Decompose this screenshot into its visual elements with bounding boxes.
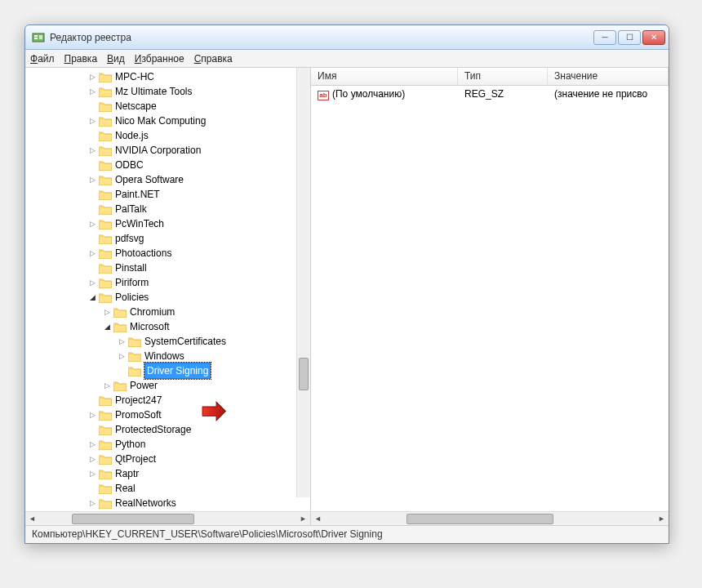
close-button[interactable]: ✕ [642,30,665,45]
registry-editor-window: Редактор реестра ─ ☐ ✕ Файл Правка Вид И… [24,24,669,544]
tree-node[interactable]: ▷Photoactions [25,246,296,261]
expand-icon[interactable]: ▷ [87,143,97,158]
folder-icon [99,263,112,274]
hscroll-thumb[interactable] [72,514,194,524]
tree-node[interactable]: Driver Signing [25,363,296,378]
expand-icon[interactable]: ▷ [87,69,97,84]
tree-node[interactable]: ▷Mz Ultimate Tools [25,84,296,99]
list-row[interactable]: ab(По умолчанию) REG_SZ (значение не при… [311,86,669,102]
expand-icon[interactable]: ▷ [87,466,97,481]
list-hscroll-left-arrow[interactable]: ◄ [311,513,325,525]
tree-node[interactable]: ▷Opera Software [25,172,296,187]
tree-node[interactable]: ▷NVIDIA Corporation [25,143,296,158]
hscroll-track[interactable] [39,513,296,525]
folder-icon [99,116,112,127]
tree-node-label: Driver Signing [144,363,211,379]
folder-icon [99,101,112,112]
tree-node[interactable]: ODBC [25,158,296,172]
menu-help[interactable]: Справка [194,53,233,65]
tree-node[interactable]: ▷Piriform [25,275,296,290]
list-hscroll-thumb[interactable] [407,514,553,524]
list-horizontal-scrollbar[interactable]: ◄ ► [311,511,669,525]
expand-icon[interactable]: ▷ [102,305,112,319]
expand-icon[interactable]: ▷ [87,275,97,290]
expand-icon[interactable]: ▷ [102,378,112,393]
folder-icon [99,87,112,97]
minimize-button[interactable]: ─ [593,30,616,45]
menu-view[interactable]: Вид [107,53,125,65]
column-header-name[interactable]: Имя [311,68,458,85]
tree-node[interactable]: ▷Raptr [25,466,296,481]
folder-icon [99,278,112,288]
tree-node[interactable]: ▷PcWinTech [25,216,296,231]
tree-node-label: RealNetworks [115,496,176,510]
hscroll-left-arrow[interactable]: ◄ [25,513,39,525]
tree-node[interactable]: ▷SystemCertificates [25,334,296,349]
folder-icon [99,454,112,465]
maximize-button[interactable]: ☐ [618,30,641,45]
tree-vertical-scrollbar[interactable] [296,68,310,497]
tree-node[interactable]: Project247 [25,393,296,408]
tree-node-label: Power [130,378,158,393]
titlebar[interactable]: Редактор реестра ─ ☐ ✕ [25,25,669,50]
tree-node[interactable]: ProtectedStorage [25,422,296,437]
list-pane: Имя Тип Значение ab(По умолчанию) REG_SZ… [311,68,669,525]
menu-file[interactable]: Файл [30,53,55,65]
expand-icon[interactable]: ▷ [87,408,97,422]
tree-node[interactable]: Real [25,481,296,496]
tree-scroll-thumb[interactable] [299,358,309,390]
tree-horizontal-scrollbar[interactable]: ◄ ► [25,511,310,525]
tree-node[interactable]: ▷QtProject [25,452,296,466]
tree-node[interactable]: ▷Python [25,437,296,452]
tree-node[interactable]: ▷Nico Mak Computing [25,114,296,128]
tree-node[interactable]: ▷Windows [25,349,296,363]
hscroll-right-arrow[interactable]: ► [296,513,310,525]
tree-node-label: Raptr [115,466,139,481]
menu-edit[interactable]: Правка [64,53,98,65]
app-icon [32,31,45,44]
folder-icon [99,469,112,479]
tree-node[interactable]: ▷PromoSoft [25,408,296,422]
expand-icon[interactable]: ▷ [87,496,97,510]
expand-icon[interactable]: ▷ [87,437,97,452]
tree-node-label: Policies [115,290,149,305]
folder-icon [99,439,112,450]
column-header-value[interactable]: Значение [548,68,669,85]
column-header-type[interactable]: Тип [458,68,548,85]
tree-node[interactable]: ▷Power [25,378,296,393]
tree-node[interactable]: PalTalk [25,202,296,216]
expand-icon[interactable]: ▷ [87,84,97,99]
menu-help-rest: правка [201,53,232,65]
expand-icon[interactable]: ▷ [87,246,97,261]
expand-icon[interactable]: ▷ [87,172,97,187]
tree-node-label: pdfsvg [115,231,144,246]
tree-node[interactable]: ▷RealNetworks [25,496,296,510]
menu-favorites[interactable]: Избранное [135,53,184,65]
folder-icon [113,322,127,332]
list-hscroll-right-arrow[interactable]: ► [655,513,669,525]
folder-icon [128,351,141,362]
tree-node[interactable]: pdfsvg [25,231,296,246]
tree-node[interactable]: Node.js [25,128,296,143]
tree-node[interactable]: ▷MPC-HC [25,69,296,84]
list-hscroll-track[interactable] [325,513,655,525]
row-name-text: (По умолчанию) [332,88,405,100]
expand-icon[interactable]: ▷ [87,216,97,231]
expand-icon[interactable]: ▷ [87,452,97,466]
collapse-icon[interactable]: ◢ [87,290,97,305]
expand-icon[interactable]: ▷ [87,114,97,128]
expand-icon[interactable]: ▷ [117,334,127,349]
folder-icon [99,395,112,406]
tree-node[interactable]: Netscape [25,99,296,114]
tree-pane: ▷MPC-HC▷Mz Ultimate ToolsNetscape▷Nico M… [25,68,311,525]
tree-node[interactable]: ◢Policies [25,290,296,305]
tree-node[interactable]: ▷Chromium [25,305,296,319]
tree-node[interactable]: ◢Microsoft [25,319,296,334]
collapse-icon[interactable]: ◢ [102,319,112,334]
tree-node-label: QtProject [115,452,156,466]
expand-icon[interactable]: ▷ [117,349,127,363]
folder-icon [128,366,141,376]
folder-icon [99,219,112,229]
tree-node[interactable]: Paint.NET [25,187,296,202]
tree-node[interactable]: Pinstall [25,261,296,275]
